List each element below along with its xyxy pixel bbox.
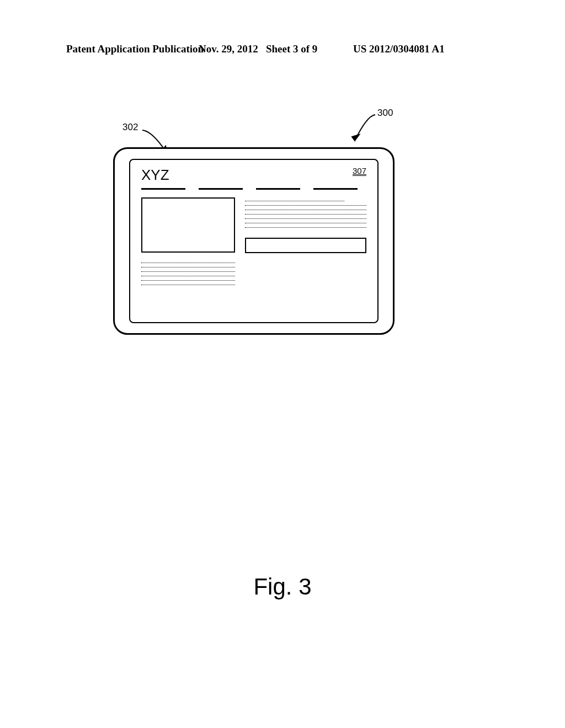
image-placeholder	[141, 197, 235, 253]
header-date: Nov. 29, 2012	[199, 43, 258, 55]
site-title: XYZ	[141, 167, 169, 184]
right-column	[245, 197, 366, 285]
figure-caption: Fig. 3	[0, 574, 565, 600]
input-field[interactable]	[245, 238, 366, 253]
header-sheet: Sheet 3 of 9	[266, 43, 317, 55]
text-line	[245, 210, 366, 210]
callout-300: 300	[377, 108, 393, 119]
text-line	[245, 205, 366, 206]
nav-item[interactable]	[199, 188, 243, 190]
text-line	[141, 267, 235, 267]
header-docnumber: US 2012/0304081 A1	[353, 43, 445, 55]
text-line	[141, 263, 235, 263]
text-line	[141, 280, 235, 281]
nav-bar	[141, 188, 366, 190]
callout-302: 302	[122, 122, 138, 133]
text-line	[245, 223, 366, 223]
text-line	[141, 271, 235, 272]
text-line	[245, 201, 344, 201]
left-column	[141, 197, 235, 285]
patent-page: Patent Application Publication Nov. 29, …	[0, 0, 565, 728]
tablet-device: XYZ 307	[113, 147, 395, 335]
text-block-right	[245, 201, 366, 228]
header-mid: Nov. 29, 2012 Sheet 3 of 9	[199, 43, 317, 55]
nav-item[interactable]	[313, 188, 358, 190]
browser-window: XYZ 307	[129, 159, 379, 323]
callout-307: 307	[353, 167, 366, 176]
content-grid	[141, 197, 366, 285]
text-line	[141, 285, 235, 285]
text-line	[245, 214, 366, 215]
svg-marker-0	[352, 135, 359, 141]
text-line	[141, 276, 235, 276]
text-line	[245, 227, 366, 228]
nav-item[interactable]	[141, 188, 185, 190]
header-row: XYZ 307	[141, 167, 366, 184]
header-publication: Patent Application Publication	[66, 43, 204, 55]
nav-item[interactable]	[256, 188, 300, 190]
text-block-left	[141, 263, 235, 285]
leader-300	[345, 110, 378, 149]
text-line	[245, 218, 366, 219]
